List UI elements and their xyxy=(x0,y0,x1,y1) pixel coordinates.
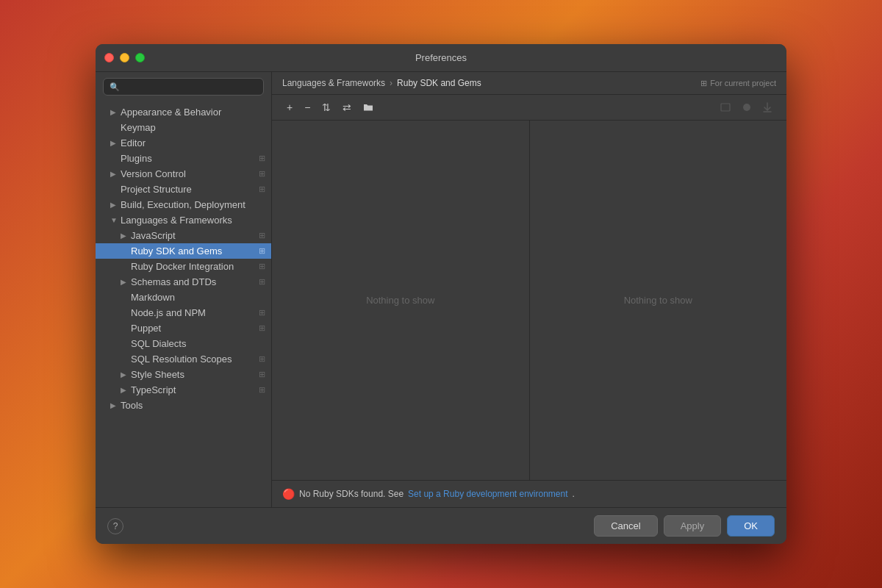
sidebar-item-languages-frameworks[interactable]: ▼ Languages & Frameworks xyxy=(96,212,271,228)
sidebar-item-label: Version Control xyxy=(121,168,256,179)
download-button[interactable] xyxy=(759,100,776,115)
minimize-button[interactable] xyxy=(120,53,129,62)
close-button[interactable] xyxy=(104,53,114,62)
content-area: 🔍 ▶ Appearance & Behavior Keymap ▶ Edito… xyxy=(96,72,786,507)
sidebar-tree: ▶ Appearance & Behavior Keymap ▶ Editor … xyxy=(96,101,271,507)
toolbar: + − ⇅ ⇄ xyxy=(272,95,786,121)
sidebar-item-label: Appearance & Behavior xyxy=(121,107,265,118)
panels: Nothing to show Nothing to show xyxy=(272,121,786,480)
search-box[interactable]: 🔍 xyxy=(103,78,264,96)
svg-rect-0 xyxy=(721,104,730,111)
sidebar-item-sql-resolution-scopes[interactable]: SQL Resolution Scopes ⊞ xyxy=(96,351,271,367)
help-button[interactable]: ? xyxy=(107,518,123,534)
sidebar-item-schemas-dtds[interactable]: ▶ Schemas and DTDs ⊞ xyxy=(96,274,271,290)
toolbar-right xyxy=(716,100,776,115)
add-button[interactable]: + xyxy=(282,99,297,115)
sidebar-item-appearance-behavior[interactable]: ▶ Appearance & Behavior xyxy=(96,104,271,120)
sidebar-item-label: Tools xyxy=(121,400,265,411)
sidebar-item-label: Ruby Docker Integration xyxy=(131,261,256,272)
sidebar-item-keymap[interactable]: Keymap xyxy=(96,120,271,135)
sidebar-item-tools[interactable]: ▶ Tools xyxy=(96,398,271,413)
sidebar-item-label: Build, Execution, Deployment xyxy=(121,199,265,210)
folder-button[interactable] xyxy=(359,100,378,115)
sidebar-item-label: Plugins xyxy=(121,153,256,164)
sidebar-item-label: Style Sheets xyxy=(131,369,256,380)
for-project: ⊞ For current project xyxy=(700,79,776,88)
sidebar-item-label: Schemas and DTDs xyxy=(131,276,256,287)
sidebar-item-label: JavaScript xyxy=(131,230,256,241)
status-suffix: . xyxy=(573,489,575,499)
sort-az-button[interactable]: ⇅ xyxy=(318,99,335,115)
chevron-icon: ▶ xyxy=(110,401,121,409)
sidebar-item-javascript[interactable]: ▶ JavaScript ⊞ xyxy=(96,228,271,243)
footer: ? Cancel Apply OK xyxy=(96,507,786,544)
left-panel: Nothing to show xyxy=(272,121,530,480)
status-bar: 🔴 No Ruby SDKs found. See Set up a Ruby … xyxy=(272,480,786,507)
sidebar-item-nodejs-npm[interactable]: Node.js and NPM ⊞ xyxy=(96,305,271,320)
sidebar: 🔍 ▶ Appearance & Behavior Keymap ▶ Edito… xyxy=(96,72,272,507)
breadcrumb-bar: Languages & Frameworks › Ruby SDK and Ge… xyxy=(272,72,786,95)
external-icon: ⊞ xyxy=(259,231,265,240)
right-empty-label: Nothing to show xyxy=(624,295,692,306)
circle-button[interactable] xyxy=(738,101,756,114)
error-icon: 🔴 xyxy=(282,488,295,500)
external-icon: ⊞ xyxy=(259,354,265,364)
external-icon: ⊞ xyxy=(259,262,265,271)
sidebar-item-style-sheets[interactable]: ▶ Style Sheets ⊞ xyxy=(96,367,271,382)
sidebar-item-editor[interactable]: ▶ Editor xyxy=(96,135,271,151)
external-icon: ⊞ xyxy=(259,323,265,333)
chevron-icon: ▶ xyxy=(121,386,131,394)
external-icon: ⊞ xyxy=(259,308,265,318)
chevron-icon: ▶ xyxy=(110,139,121,147)
sidebar-item-label: Markdown xyxy=(131,292,265,303)
sidebar-item-plugins[interactable]: Plugins ⊞ xyxy=(96,151,271,166)
sidebar-item-markdown[interactable]: Markdown xyxy=(96,290,271,305)
sidebar-item-version-control[interactable]: ▶ Version Control ⊞ xyxy=(96,166,271,182)
external-icon: ⊞ xyxy=(259,154,265,163)
apply-button[interactable]: Apply xyxy=(664,515,722,537)
maximize-button[interactable] xyxy=(135,53,145,62)
sidebar-item-label: Languages & Frameworks xyxy=(121,215,265,226)
sidebar-item-build-execution[interactable]: ▶ Build, Execution, Deployment xyxy=(96,197,271,212)
sidebar-item-label: TypeScript xyxy=(131,384,256,395)
sidebar-item-puppet[interactable]: Puppet ⊞ xyxy=(96,320,271,336)
for-project-label: For current project xyxy=(710,79,776,87)
sidebar-item-sql-dialects[interactable]: SQL Dialects xyxy=(96,336,271,351)
external-icon: ⊞ xyxy=(259,385,265,395)
right-panel: Nothing to show xyxy=(530,121,787,480)
chevron-icon: ▶ xyxy=(121,278,131,286)
search-icon: 🔍 xyxy=(110,82,120,92)
external-icon: ⊞ xyxy=(259,184,265,194)
chevron-icon: ▶ xyxy=(110,108,121,116)
external-icon: ⊞ xyxy=(259,169,265,179)
footer-buttons: Cancel Apply OK xyxy=(594,515,775,537)
sidebar-item-typescript[interactable]: ▶ TypeScript ⊞ xyxy=(96,382,271,398)
traffic-lights xyxy=(104,53,145,62)
sidebar-item-label: SQL Resolution Scopes xyxy=(131,354,256,365)
project-icon: ⊞ xyxy=(700,79,707,88)
status-link[interactable]: Set up a Ruby development environment xyxy=(408,489,567,499)
sidebar-item-label: Ruby SDK and Gems xyxy=(131,245,256,257)
ok-button[interactable]: OK xyxy=(727,515,775,537)
chevron-down-icon: ▼ xyxy=(110,216,121,224)
sort-za-button[interactable]: ⇄ xyxy=(338,99,356,115)
sidebar-item-project-structure[interactable]: Project Structure ⊞ xyxy=(96,182,271,197)
browse-button[interactable] xyxy=(716,101,735,114)
breadcrumb: Languages & Frameworks › Ruby SDK and Ge… xyxy=(282,78,481,88)
sidebar-item-ruby-sdk-gems[interactable]: Ruby SDK and Gems ⊞ xyxy=(96,243,271,259)
sidebar-item-label: Project Structure xyxy=(121,184,256,195)
sidebar-item-label: Node.js and NPM xyxy=(131,307,256,318)
cancel-button[interactable]: Cancel xyxy=(594,515,657,537)
chevron-icon: ▶ xyxy=(121,370,131,379)
remove-button[interactable]: − xyxy=(300,99,315,115)
breadcrumb-current: Ruby SDK and Gems xyxy=(397,78,481,88)
sidebar-item-label: Editor xyxy=(121,137,265,148)
external-icon: ⊞ xyxy=(259,246,265,256)
svg-point-1 xyxy=(743,104,750,111)
sidebar-item-ruby-docker-integration[interactable]: Ruby Docker Integration ⊞ xyxy=(96,259,271,274)
breadcrumb-separator: › xyxy=(390,78,392,88)
search-input[interactable] xyxy=(124,82,257,92)
left-empty-label: Nothing to show xyxy=(366,295,434,306)
sidebar-item-label: Puppet xyxy=(131,323,256,334)
preferences-dialog: Preferences 🔍 ▶ Appearance & Behavior Ke… xyxy=(96,44,786,544)
